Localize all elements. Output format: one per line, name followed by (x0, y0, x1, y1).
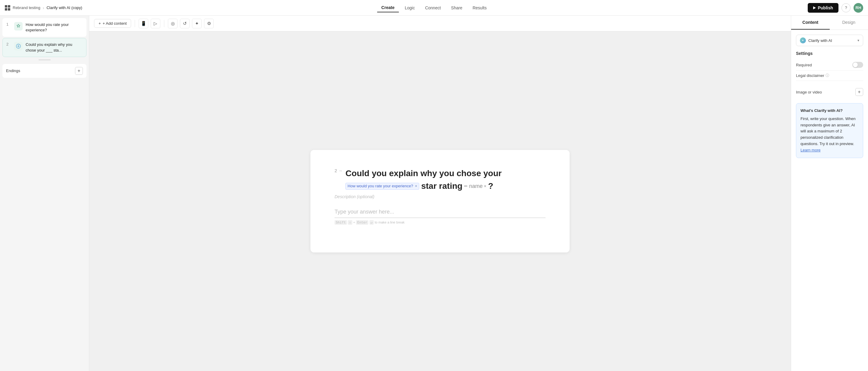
sidebar-item-1-icon (14, 22, 23, 30)
q-num-value: 2 (335, 168, 337, 173)
top-nav: Rebrand testing › Clarify with AI (copy)… (0, 0, 868, 16)
return-key: ↵ (370, 220, 374, 225)
toggle-knob (853, 62, 858, 67)
tab-create[interactable]: Create (377, 3, 399, 12)
add-content-button[interactable]: + + Add content (94, 19, 131, 28)
star-icon (16, 24, 21, 29)
sidebar-item-2-icon (14, 42, 23, 50)
sidebar-item-2-text: Could you explain why you chose your ___… (26, 42, 83, 53)
question-title: Could you explain why you chose your How… (345, 168, 546, 192)
refresh-button[interactable]: ↺ (180, 19, 190, 28)
question-number: 2 → (335, 168, 342, 173)
chevron-down-icon: ▾ (858, 38, 859, 42)
plus-icon: + (858, 89, 861, 95)
plus-icon: + (78, 68, 80, 74)
legal-disclaimer-label: Legal disclaimer ⓘ (796, 73, 829, 78)
svg-point-1 (18, 46, 19, 47)
dropdown-label: Clarify with AI (808, 38, 832, 43)
legal-disclaimer-row: Legal disclaimer ⓘ (796, 70, 863, 81)
canvas: + + Add content 📱 ▷ ◎ ↺ ✦ ⚙ (89, 16, 791, 371)
preview-button[interactable]: ▷ (151, 19, 160, 28)
settings-section: Settings Required Legal disclaimer ⓘ (796, 51, 863, 81)
nav-right: Publish ? RH (808, 3, 863, 13)
sidebar-item-2[interactable]: 2 Could you explain why you chose your _… (2, 38, 87, 57)
image-video-section: Image or video + (796, 86, 863, 98)
sparkle-button[interactable]: ✦ (192, 19, 202, 28)
play-icon: ▷ (154, 21, 157, 26)
tab-share[interactable]: Share (447, 4, 467, 12)
learn-more-link[interactable]: Learn more (801, 148, 820, 152)
mobile-view-button[interactable]: 📱 (138, 19, 148, 28)
refresh-icon: ↺ (183, 21, 187, 26)
required-toggle[interactable] (852, 62, 863, 68)
sidebar: 1 How would you rate your experience? 2 … (0, 16, 89, 371)
mobile-icon: 📱 (141, 21, 147, 26)
question-text-prefix: Could you explain why you chose your (345, 168, 501, 179)
nav-tabs: Create Logic Connect Share Results (377, 3, 491, 12)
play-icon (813, 6, 816, 9)
question-card: 2 → Could you explain why you chose your… (310, 150, 569, 253)
question-description[interactable]: Description (optional) (335, 194, 546, 199)
name-tag-remove[interactable]: × (484, 183, 486, 189)
main-layout: 1 How would you rate your experience? 2 … (0, 16, 868, 371)
nav-separator: › (43, 5, 44, 10)
question-reference-pill[interactable]: How would you rate your experience? × (345, 183, 419, 190)
add-content-plus-icon: + (98, 21, 101, 26)
sidebar-endings[interactable]: Endings + (2, 64, 87, 78)
settings-title: Settings (796, 51, 863, 56)
pill-text: How would you rate your experience? (347, 184, 413, 189)
canvas-body: 2 → Could you explain why you chose your… (89, 31, 791, 371)
tab-content[interactable]: Content (791, 16, 830, 30)
info-card: What's Clarify with AI? First, write you… (796, 103, 863, 158)
name-tag: ✏ name × (464, 183, 486, 190)
target-button[interactable]: ◎ (168, 19, 178, 28)
right-panel-tabs: Content Design (791, 16, 868, 30)
publish-label: Publish (818, 5, 833, 10)
info-card-title: What's Clarify with AI? (801, 108, 859, 114)
sparkle-icon: ✦ (195, 21, 199, 26)
name-tag-text[interactable]: name (469, 183, 483, 190)
tab-logic[interactable]: Logic (401, 4, 419, 12)
enter-key: Enter (356, 220, 368, 225)
ai-sparkle-icon (16, 44, 21, 49)
required-label: Required (796, 63, 812, 67)
info-icon: ⓘ (826, 73, 829, 78)
info-card-body: First, write your question. When respond… (801, 116, 859, 153)
image-video-add-button[interactable]: + (855, 88, 863, 96)
gear-icon: ⚙ (207, 21, 211, 26)
target-icon: ◎ (171, 21, 175, 26)
tab-design[interactable]: Design (830, 16, 868, 30)
shift-key: Shift (335, 220, 347, 225)
tab-connect[interactable]: Connect (421, 4, 445, 12)
help-button[interactable]: ? (841, 3, 850, 12)
toolbar-separator-1 (135, 20, 135, 27)
question-header: 2 → Could you explain why you chose your… (335, 168, 546, 192)
canvas-toolbar: + + Add content 📱 ▷ ◎ ↺ ✦ ⚙ (89, 16, 791, 31)
ai-icon: ✦ (800, 37, 806, 44)
settings-button[interactable]: ⚙ (204, 19, 214, 28)
nav-page-title[interactable]: Clarify with AI (copy) (46, 5, 82, 10)
endings-label: Endings (6, 68, 20, 73)
tab-results[interactable]: Results (468, 4, 491, 12)
nav-brand[interactable]: Rebrand testing (13, 5, 40, 10)
image-video-label: Image or video (796, 90, 822, 94)
ai-type-dropdown[interactable]: ✦ Clarify with AI ▾ (796, 35, 863, 46)
answer-input[interactable] (335, 206, 546, 218)
question-text-suffix: star rating (421, 181, 462, 192)
description-placeholder: Description (optional) (335, 194, 374, 199)
right-panel-body: ✦ Clarify with AI ▾ Settings Required Le… (791, 30, 868, 163)
arrow-up-key: ⇧ (348, 220, 352, 225)
sidebar-item-1[interactable]: 1 How would you rate your experience? (2, 18, 87, 37)
sidebar-item-2-num: 2 (6, 42, 11, 47)
sidebar-item-1-num: 1 (6, 22, 11, 27)
publish-button[interactable]: Publish (808, 3, 838, 13)
arrow-icon: → (338, 168, 342, 173)
grid-icon[interactable] (5, 5, 10, 10)
edit-icon: ✏ (464, 183, 468, 189)
required-row: Required (796, 59, 863, 70)
pill-remove-button[interactable]: × (415, 184, 417, 189)
sidebar-divider (38, 59, 51, 60)
avatar[interactable]: RH (854, 3, 863, 13)
endings-add-button[interactable]: + (75, 67, 83, 75)
help-icon: ? (845, 5, 847, 10)
